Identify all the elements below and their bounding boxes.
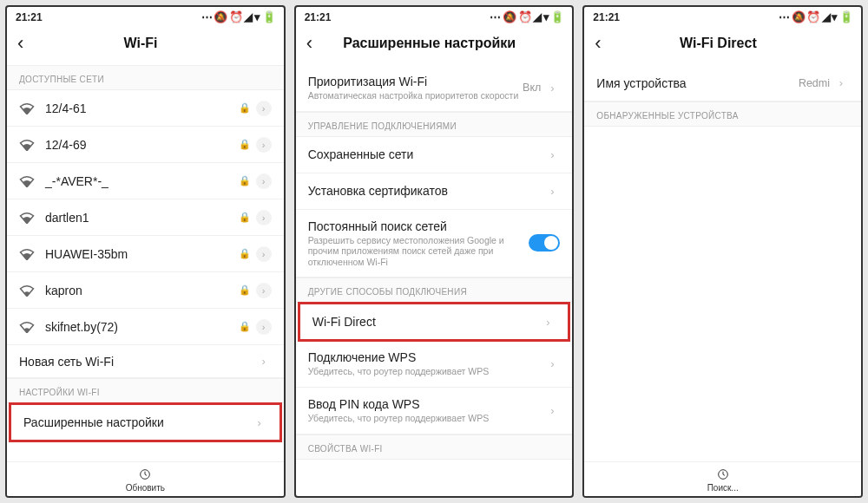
row-subtitle: Автоматическая настройка приоритетов ско…: [308, 90, 523, 101]
section-wifi-settings: НАСТРОЙКИ WI-FI: [7, 378, 284, 403]
refresh-icon: [138, 467, 152, 481]
install-certs-row[interactable]: Установка сертификатов ›: [296, 173, 573, 210]
row-label: Сохраненные сети: [308, 147, 545, 161]
wifi-network-row[interactable]: dartlen1 🔒›: [7, 199, 284, 236]
lock-icon: 🔒: [239, 139, 251, 150]
footer-label: Обновить: [126, 483, 165, 493]
wifi-name: kapron: [45, 284, 239, 297]
wps-connect-row[interactable]: Подключение WPS Убедитесь, что роутер по…: [296, 341, 573, 388]
back-icon[interactable]: ‹: [595, 32, 608, 55]
row-label: Новая сеть Wi-Fi: [19, 355, 256, 369]
page-title: Расширенные настройки: [319, 36, 539, 51]
saved-networks-row[interactable]: Сохраненные сети ›: [296, 137, 573, 173]
advanced-settings-row[interactable]: Расширенные настройки ›: [9, 402, 282, 442]
wifi-name: dartlen1: [45, 211, 239, 225]
section-other-methods: ДРУГИЕ СПОСОБЫ ПОДКЛЮЧЕНИЯ: [296, 278, 573, 303]
chevron-right-icon: ›: [540, 314, 556, 330]
row-label: Подключение WPS: [308, 350, 545, 364]
chevron-right-icon: ›: [833, 75, 849, 91]
wifi-name: _-*AVER*-_: [45, 174, 239, 188]
status-bar: 21:21 ⋯ 🔕 ⏰ ◢ ▾ 🔋: [584, 7, 861, 25]
chevron-right-icon: ›: [544, 80, 560, 95]
wifi-name: 12/4-69: [45, 138, 239, 152]
wifi-direct-row[interactable]: Wi-Fi Direct ›: [298, 302, 571, 342]
wifi-name: 12/4-61: [45, 101, 239, 115]
lock-icon: 🔒: [239, 248, 251, 259]
wifi-signal-icon: [19, 321, 35, 333]
wifi-network-row[interactable]: kapron 🔒›: [7, 272, 284, 309]
new-network-row[interactable]: Новая сеть Wi-Fi ›: [7, 345, 284, 378]
wifi-priority-row[interactable]: Приоритизация Wi-Fi Автоматическая настр…: [296, 65, 573, 112]
status-time: 21:21: [16, 11, 43, 23]
page-title: Wi-Fi Direct: [608, 36, 828, 51]
row-subtitle: Разрешить сервису местоположения Google …: [308, 235, 529, 268]
row-label: Wi-Fi Direct: [312, 315, 541, 329]
row-subtitle: Убедитесь, что роутер поддерживает WPS: [308, 413, 545, 424]
content-area: ДОСТУПНЫЕ СЕТИ 12/4-61 🔒› 12/4-69 🔒› _-*…: [7, 65, 284, 461]
status-time: 21:21: [593, 11, 620, 23]
header: ‹ Wi-Fi Direct: [584, 25, 861, 65]
header: ‹ Расширенные настройки: [296, 25, 573, 65]
status-bar: 21:21 ⋯ 🔕 ⏰ ◢ ▾ 🔋: [296, 7, 573, 25]
status-icons: ⋯ 🔕 ⏰ ◢ ▾ 🔋: [201, 10, 275, 23]
status-icons: ⋯ 🔕 ⏰ ◢ ▾ 🔋: [490, 10, 563, 23]
section-manage-connections: УПРАВЛЕНИЕ ПОДКЛЮЧЕНИЯМИ: [296, 112, 573, 137]
lock-icon: 🔒: [239, 102, 251, 114]
chevron-right-icon: ›: [256, 283, 272, 298]
row-label: Постоянный поиск сетей: [308, 219, 529, 233]
always-scan-row[interactable]: Постоянный поиск сетей Разрешить сервису…: [296, 210, 573, 278]
lock-icon: 🔒: [239, 175, 251, 186]
page-title: Wi-Fi: [30, 36, 250, 51]
search-icon: [716, 467, 730, 481]
wifi-signal-icon: [19, 212, 35, 224]
row-label: Приоритизация Wi-Fi: [308, 75, 523, 88]
section-available-networks: ДОСТУПНЫЕ СЕТИ: [7, 65, 284, 90]
chevron-right-icon: ›: [256, 137, 272, 153]
content-area: Приоритизация Wi-Fi Автоматическая настр…: [296, 65, 573, 496]
device-name-row[interactable]: Имя устройства Redmi ›: [584, 65, 861, 101]
wifi-signal-icon: [19, 139, 35, 151]
chevron-right-icon: ›: [252, 415, 267, 430]
refresh-button[interactable]: Обновить: [126, 467, 165, 493]
chevron-right-icon: ›: [256, 246, 272, 262]
status-bar: 21:21 ⋯ 🔕 ⏰ ◢ ▾ 🔋: [7, 7, 284, 25]
back-icon[interactable]: ‹: [17, 32, 30, 55]
wps-pin-row[interactable]: Ввод PIN кода WPS Убедитесь, что роутер …: [296, 388, 573, 434]
chevron-right-icon: ›: [544, 402, 560, 418]
chevron-right-icon: ›: [544, 356, 560, 372]
back-icon[interactable]: ‹: [306, 32, 319, 55]
lock-icon: 🔒: [239, 321, 251, 332]
chevron-right-icon: ›: [256, 101, 272, 116]
wifi-name: skifnet.by(72): [45, 320, 239, 334]
row-label: Имя устройства: [596, 76, 799, 90]
wifi-signal-icon: [19, 248, 35, 260]
wifi-network-row[interactable]: HUAWEI-35bm 🔒›: [7, 236, 284, 272]
row-value: Вкл: [523, 82, 541, 94]
status-icons: ⋯ 🔕 ⏰ ◢ ▾ 🔋: [779, 10, 852, 23]
lock-icon: 🔒: [239, 284, 251, 296]
search-button[interactable]: Поиск...: [707, 467, 739, 493]
section-discovered-devices: ОБНАРУЖЕННЫЕ УСТРОЙСТВА: [584, 101, 861, 127]
status-time: 21:21: [305, 11, 332, 23]
row-label: Установка сертификатов: [308, 184, 545, 198]
wifi-signal-icon: [19, 102, 35, 114]
row-label: Расширенные настройки: [23, 415, 252, 429]
wifi-signal-icon: [19, 175, 35, 187]
lock-icon: 🔒: [239, 212, 251, 223]
device-name-value: Redmi: [799, 77, 830, 89]
chevron-right-icon: ›: [256, 173, 272, 189]
wifi-network-row[interactable]: skifnet.by(72) 🔒›: [7, 309, 284, 345]
section-wifi-properties: СВОЙСТВА WI-FI: [296, 434, 573, 460]
wifi-name: HUAWEI-35bm: [45, 247, 239, 261]
phone-screen-advanced: 21:21 ⋯ 🔕 ⏰ ◢ ▾ 🔋 ‹ Расширенные настройк…: [294, 5, 575, 498]
header: ‹ Wi-Fi: [7, 25, 284, 65]
chevron-right-icon: ›: [256, 354, 272, 369]
phone-screen-wifi: 21:21 ⋯ 🔕 ⏰ ◢ ▾ 🔋 ‹ Wi-Fi ДОСТУПНЫЕ СЕТИ…: [5, 5, 286, 498]
wifi-network-row[interactable]: 12/4-61 🔒›: [7, 90, 284, 127]
always-scan-toggle[interactable]: [529, 234, 560, 252]
wifi-network-row[interactable]: _-*AVER*-_ 🔒›: [7, 163, 284, 199]
wifi-network-row[interactable]: 12/4-69 🔒›: [7, 127, 284, 163]
content-area: Имя устройства Redmi › ОБНАРУЖЕННЫЕ УСТР…: [584, 65, 861, 461]
chevron-right-icon: ›: [256, 319, 272, 335]
row-subtitle: Убедитесь, что роутер поддерживает WPS: [308, 366, 545, 377]
